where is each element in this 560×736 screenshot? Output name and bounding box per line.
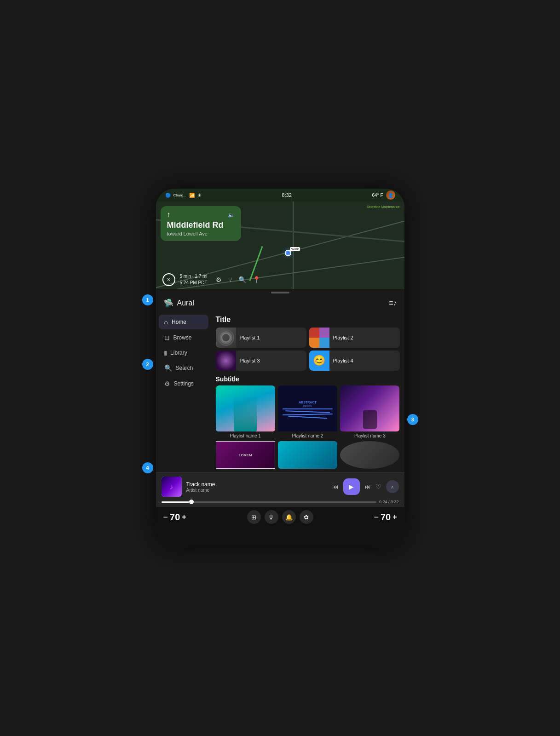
sidebar: ⌂ Home ⊡ Browse ||| Library 🔍 Search	[156, 312, 211, 472]
annotation-3: 3	[407, 414, 418, 425]
playlist-name-3: Playlist 3	[240, 358, 260, 363]
artist-name: Artist name	[186, 488, 328, 493]
content-panel: Title Playlist 1	[211, 312, 404, 472]
playlist-card-2[interactable]: Playlist 2	[309, 328, 400, 348]
bluetooth-icon: 🔵	[165, 193, 171, 198]
heart-button[interactable]: ♡	[375, 483, 381, 490]
playlist-row2-thumb-1[interactable]: LOREM	[216, 441, 275, 469]
abstract-subtext: DESIGN	[303, 405, 312, 408]
playlist-large-thumb-2: ABSTRACT DESIGN	[278, 385, 337, 431]
sidebar-home-label: Home	[172, 319, 186, 325]
sidebar-item-settings[interactable]: ⚙ Settings	[159, 376, 208, 391]
sidebar-search-label: Search	[176, 365, 193, 371]
now-playing-controls: ⏮ ▶ ⏭ ♡ ∧	[332, 478, 399, 495]
progress-track[interactable]	[162, 501, 376, 503]
playlist-thumb-3	[216, 351, 236, 371]
fork-icon[interactable]: ⑂	[228, 276, 232, 283]
nav-volume-icon: 🔈	[228, 212, 235, 218]
now-playing-main: ♪ Track name Artist name ⏮ ▶ ⏭ ♡	[162, 477, 399, 497]
abstract-text: ABSTRACT	[299, 401, 317, 404]
sidebar-item-library[interactable]: ||| Library	[159, 346, 208, 360]
playlist-large-name-3: Playlist name 3	[354, 433, 386, 438]
bell-button[interactable]: 🔔	[282, 510, 296, 524]
playlist-card-3[interactable]: Playlist 3	[216, 351, 306, 371]
playlist-name-4: Playlist 4	[333, 358, 353, 363]
library-icon: |||	[164, 350, 167, 356]
work-label: Work	[290, 247, 300, 251]
now-playing-thumbnail: ♪	[162, 477, 182, 497]
vol-left-plus-button[interactable]: +	[182, 513, 186, 521]
playlist-large-card-2[interactable]: ABSTRACT DESIGN Playlist name 2	[278, 385, 337, 438]
progress-thumb[interactable]	[189, 500, 194, 504]
main-content: ⌂ Home ⊡ Browse ||| Library 🔍 Search	[156, 312, 404, 472]
settings-icon: ⚙	[164, 380, 170, 387]
annotation-2: 2	[142, 359, 153, 370]
vol-right-minus-button[interactable]: −	[374, 512, 379, 522]
app-header: 🛸 Aural ≡♪	[156, 294, 404, 312]
progress-time: 0:24 / 3:32	[379, 500, 399, 504]
charging-label: Charg...	[173, 193, 186, 197]
play-icon: ▶	[349, 483, 354, 490]
status-right: 64° F 👤	[372, 190, 395, 200]
play-button[interactable]: ▶	[343, 478, 360, 495]
clock: 8:32	[282, 192, 292, 198]
playlist-large-card-3[interactable]: Playlist name 3	[340, 385, 399, 438]
playlist-card-1[interactable]: Playlist 1	[216, 328, 306, 348]
browse-icon: ⊡	[164, 334, 170, 341]
pin-icon[interactable]: 📍	[253, 276, 260, 283]
sidebar-item-home[interactable]: ⌂ Home	[159, 315, 208, 329]
mic-button[interactable]: 🎙	[265, 510, 278, 524]
map-controls: ⚙ ⑂ 🔍 📍	[216, 276, 260, 283]
brightness-icon: ☀	[197, 193, 202, 198]
search-map-icon[interactable]: 🔍	[238, 276, 246, 283]
fan-button[interactable]: ✿	[300, 510, 313, 524]
sidebar-library-label: Library	[170, 350, 187, 356]
queue-icon[interactable]: ≡♪	[389, 299, 397, 307]
playlist-grid-large: Playlist name 1 ABSTRACT DESIGN	[216, 385, 400, 438]
shoreline-label: Shoreline Maintenance	[367, 205, 400, 208]
playlist-large-name-2: Playlist name 2	[292, 433, 323, 438]
annotation-1: 1	[142, 294, 153, 305]
settings-map-icon[interactable]: ⚙	[216, 276, 222, 283]
status-bar: 🔵 Charg... 📶 ☀ 8:32 64° F 👤	[156, 189, 404, 201]
progress-fill	[162, 501, 190, 503]
close-nav-button[interactable]: ×	[162, 273, 175, 286]
playlist-large-name-1: Playlist name 1	[230, 433, 261, 438]
sidebar-browse-label: Browse	[173, 334, 192, 341]
vol-right-value: 70	[381, 512, 391, 523]
track-name: Track name	[186, 481, 328, 488]
playlist-thumb-4: 😊	[309, 351, 329, 371]
sidebar-item-browse[interactable]: ⊡ Browse	[159, 330, 208, 345]
playlist-card-4[interactable]: 😊 Playlist 4	[309, 351, 400, 371]
vol-left-minus-button[interactable]: −	[163, 512, 168, 522]
playlist-name-2: Playlist 2	[333, 335, 353, 340]
aural-logo-icon: 🛸	[163, 298, 173, 308]
nav-street: Middlefield Rd	[167, 221, 235, 230]
app-name-label: Aural	[177, 299, 194, 307]
sidebar-settings-label: Settings	[174, 380, 194, 387]
system-bar: − 70 + ⊞ 🎙 🔔 ✿ − 70 +	[156, 507, 404, 527]
playlist-name-1: Playlist 1	[240, 335, 260, 340]
section-title: Title	[216, 316, 400, 324]
playlist-row2-thumb-2[interactable]	[278, 441, 337, 469]
system-icons: ⊞ 🎙 🔔 ✿	[247, 510, 313, 524]
vol-right-control: − 70 +	[374, 512, 397, 523]
playlist-row2-thumb-3[interactable]	[340, 441, 399, 469]
nav-card: ↑ 🔈 Middlefield Rd toward Lowell Ave	[161, 206, 241, 241]
expand-button[interactable]: ∧	[386, 480, 399, 493]
app-logo: 🛸 Aural	[163, 298, 194, 308]
section-subtitle: Subtitle	[216, 375, 400, 383]
home-icon: ⌂	[164, 318, 168, 326]
playlist-large-card-1[interactable]: Playlist name 1	[216, 385, 275, 438]
search-icon: 🔍	[164, 364, 172, 372]
drag-handle[interactable]	[156, 289, 404, 294]
sidebar-item-search[interactable]: 🔍 Search	[159, 361, 208, 375]
map-bottom-controls: × 5 min · 1.7 mi 5:24 PM PDT ⚙ ⑂ 🔍 📍	[156, 270, 404, 289]
prev-button[interactable]: ⏮	[332, 483, 339, 490]
avatar[interactable]: 👤	[386, 190, 395, 200]
progress-bar-container: 0:24 / 3:32	[162, 500, 399, 504]
vol-right-plus-button[interactable]: +	[393, 513, 397, 521]
next-button[interactable]: ⏭	[364, 483, 371, 490]
grid-button[interactable]: ⊞	[247, 510, 261, 524]
phone-frame: 🔵 Charg... 📶 ☀ 8:32 64° F 👤 Work	[156, 189, 404, 547]
